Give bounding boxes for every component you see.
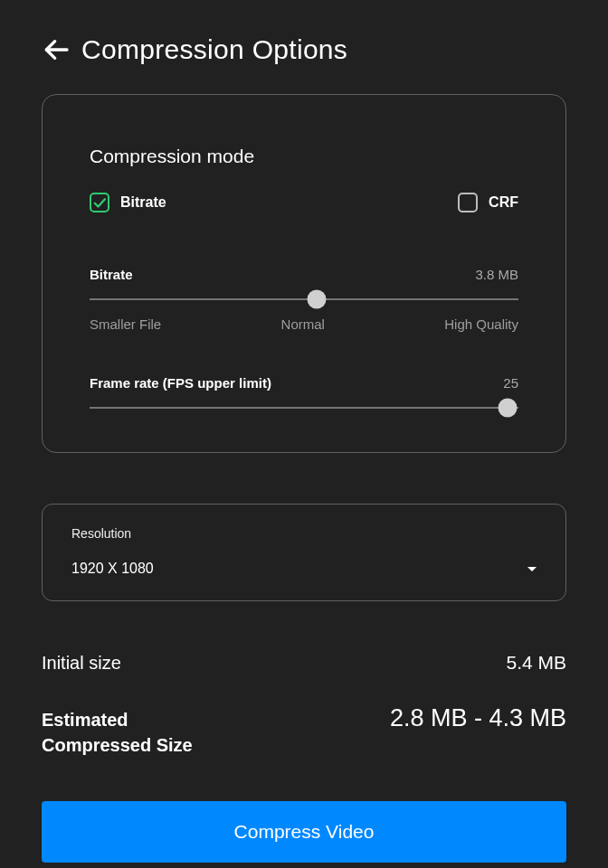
compression-card: Compression mode Bitrate CRF Bitrate 3.8…	[42, 94, 566, 453]
arrow-left-icon	[42, 35, 71, 64]
checkbox-crf[interactable]	[458, 193, 478, 212]
page-title: Compression Options	[81, 34, 347, 65]
resolution-label: Resolution	[71, 526, 537, 541]
check-icon	[91, 194, 108, 211]
resolution-value: 1920 X 1080	[71, 561, 154, 577]
initial-size-row: Initial size 5.4 MB	[42, 652, 566, 674]
bitrate-tick-high: High Quality	[444, 316, 518, 332]
content: Compression mode Bitrate CRF Bitrate 3.8…	[0, 83, 608, 868]
caret-down-icon	[527, 567, 537, 571]
bitrate-slider-section: Bitrate 3.8 MB Smaller File Normal High …	[90, 267, 518, 332]
header: Compression Options	[0, 0, 608, 83]
initial-size-label: Initial size	[42, 653, 121, 674]
estimated-size-row: Estimated Compressed Size 2.8 MB - 4.3 M…	[42, 704, 566, 758]
mode-option-bitrate[interactable]: Bitrate	[90, 193, 166, 212]
bitrate-slider[interactable]	[90, 298, 518, 300]
framerate-slider-thumb[interactable]	[499, 399, 518, 418]
bitrate-ticks: Smaller File Normal High Quality	[90, 316, 518, 332]
framerate-slider[interactable]	[90, 407, 518, 409]
bitrate-tick-mid: Normal	[281, 316, 325, 332]
bitrate-value: 3.8 MB	[475, 267, 518, 282]
framerate-label: Frame rate (FPS upper limit)	[90, 375, 271, 391]
estimated-label-line2: Compressed Size	[42, 732, 193, 758]
initial-size-value: 5.4 MB	[506, 652, 566, 674]
compress-button[interactable]: Compress Video	[42, 801, 566, 863]
mode-label-crf: CRF	[489, 194, 518, 211]
bitrate-tick-low: Smaller File	[90, 316, 161, 332]
estimated-label-line1: Estimated	[42, 707, 193, 732]
mode-option-crf[interactable]: CRF	[458, 193, 518, 212]
bitrate-slider-thumb[interactable]	[308, 290, 327, 309]
estimated-value: 2.8 MB - 4.3 MB	[390, 704, 566, 732]
framerate-value: 25	[503, 375, 518, 391]
mode-label-bitrate: Bitrate	[120, 194, 166, 211]
bitrate-label: Bitrate	[90, 267, 133, 282]
mode-options: Bitrate CRF	[90, 193, 518, 212]
compression-mode-title: Compression mode	[90, 146, 518, 167]
framerate-slider-section: Frame rate (FPS upper limit) 25	[90, 375, 518, 409]
checkbox-bitrate[interactable]	[90, 193, 109, 212]
resolution-card: Resolution 1920 X 1080	[42, 504, 566, 601]
resolution-dropdown[interactable]: 1920 X 1080	[71, 561, 537, 577]
estimated-label: Estimated Compressed Size	[42, 707, 193, 758]
back-button[interactable]	[42, 35, 71, 64]
